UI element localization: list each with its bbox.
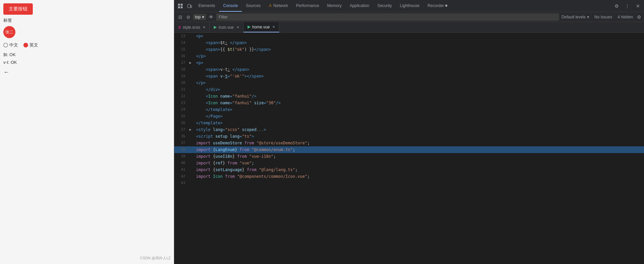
- code-line-39: 39 import {useI18n} from "vue-i18n";: [174, 153, 644, 160]
- filter-input[interactable]: [216, 13, 559, 21]
- toolbar-right: ⚙ ⋮ ✕: [612, 1, 643, 11]
- tab-sources[interactable]: Sources: [242, 0, 265, 12]
- code-line-18: 18 <span>v-t: </span>: [174, 66, 644, 73]
- default-levels-arrow: ▾: [587, 15, 589, 19]
- svg-rect-2: [178, 6, 180, 8]
- vue-icon-2: ▶: [248, 25, 250, 29]
- second-toolbar: ⊟ ⊘ top ▾ 👁 Default levels ▾ No Issues 4…: [174, 12, 644, 22]
- radio-chinese[interactable]: 中文: [3, 42, 18, 48]
- radio-group: 中文 英文: [3, 42, 38, 48]
- code-line-23: 23 <Icon name="fanhui" size="30"/>: [174, 100, 644, 106]
- code-line-20: 20 </p>: [174, 80, 644, 86]
- eye-icon[interactable]: 👁: [209, 14, 213, 20]
- code-line-25: 25 </Page>: [174, 113, 644, 120]
- network-warning-icon: ⚠: [269, 3, 272, 8]
- tab-network[interactable]: ⚠ Network: [265, 0, 292, 12]
- more-icon[interactable]: ⋮: [623, 1, 632, 11]
- issues-settings-icon[interactable]: ⚙: [637, 14, 641, 20]
- code-line-40: 40 import {ref} from "vue";: [174, 160, 644, 166]
- radio-label-english: 英文: [29, 42, 38, 48]
- sidebar-toggle-icon[interactable]: ⊟: [177, 14, 184, 20]
- top-selector-label: top: [195, 15, 201, 19]
- no-issues-badge: No Issues: [594, 15, 612, 19]
- device-toggle-icon[interactable]: [185, 1, 194, 11]
- tab-memory[interactable]: Memory: [323, 0, 346, 12]
- file-tab-label-scss: style.scss: [183, 25, 200, 30]
- back-arrow[interactable]: ←: [3, 69, 9, 76]
- recorder-icon: ⏺: [445, 4, 448, 7]
- svg-rect-5: [191, 5, 192, 8]
- close-devtools-icon[interactable]: ✕: [633, 1, 643, 11]
- tab-recorder[interactable]: Recorder ⏺: [424, 0, 452, 12]
- devtools-tabs: Elements Console Sources ⚠ Network Perfo…: [194, 0, 612, 12]
- file-tab-icon-vue[interactable]: ▶ Icon.vue ✕: [210, 22, 243, 32]
- close-tab-icon-vue[interactable]: ✕: [237, 25, 239, 29]
- file-tab-label-home-vue: home.vue: [252, 25, 270, 29]
- code-line-24: 24 </template>: [174, 106, 644, 113]
- svg-rect-3: [181, 6, 183, 8]
- file-tab-label-icon-vue: Icon.vue: [218, 25, 234, 30]
- label-text: 标签: [3, 17, 12, 23]
- code-line-27: 27 ▶ <style lang="scss" scoped...>: [174, 126, 644, 133]
- code-line-14: 14 <span>$t: </span>: [174, 39, 644, 46]
- tab-elements[interactable]: Elements: [194, 0, 219, 12]
- top-selector[interactable]: top ▾: [193, 14, 206, 20]
- code-line-21: 21 </div>: [174, 86, 644, 93]
- code-line-36: 36 <script setup lang="ts">: [174, 133, 644, 140]
- radio-circle-chinese: [3, 43, 8, 47]
- top-selector-arrow: ▾: [202, 15, 204, 19]
- code-line-43: 43: [174, 180, 644, 186]
- code-line-13: 13 <p>: [174, 33, 644, 39]
- tab-performance[interactable]: Performance: [292, 0, 323, 12]
- close-tab-home-vue[interactable]: ✕: [272, 25, 275, 29]
- devtools-toolbar: Elements Console Sources ⚠ Network Perfo…: [174, 0, 644, 12]
- settings-icon[interactable]: ⚙: [612, 1, 621, 11]
- default-levels-dropdown[interactable]: Default levels ▾: [562, 15, 589, 19]
- status-vt: v-t: OK: [3, 60, 17, 65]
- file-tab-home-vue[interactable]: ▶ home.vue ✕: [244, 22, 280, 32]
- code-editor[interactable]: 13 <p> 14 <span>$t: </span> 15 <span>{{ …: [174, 33, 644, 264]
- svg-rect-1: [181, 4, 183, 6]
- code-line-41: 41 import {setLanguage} from "@lang/lang…: [174, 166, 644, 173]
- code-line-22: 22 <Icon name="fanhui"/>: [174, 93, 644, 100]
- file-tab-style-scss[interactable]: S style.scss ✕: [174, 22, 210, 32]
- csdn-watermark: CSDN @局外人LZ: [140, 256, 171, 261]
- code-line-17: 17 ▶ <p>: [174, 59, 644, 66]
- code-line-15: 15 <span>{{ $t("ok") }}</span>: [174, 46, 644, 53]
- code-line-37: 37 import useDemoStore from "@store/useD…: [174, 140, 644, 146]
- svg-rect-4: [188, 4, 190, 8]
- code-line-26: 26 </template>: [174, 120, 644, 126]
- status-t: $t: OK: [3, 52, 16, 57]
- hidden-count: 4 hidden: [618, 15, 633, 19]
- code-line-19: 19 <span v-t="'ok'"></span>: [174, 73, 644, 80]
- main-button[interactable]: 主要按钮: [3, 3, 33, 15]
- tab-application[interactable]: Application: [346, 0, 373, 12]
- code-line-42: 42 import Icon from "@components/common/…: [174, 173, 644, 180]
- tab-lighthouse[interactable]: Lighthouse: [396, 0, 424, 12]
- tab-security[interactable]: Security: [373, 0, 396, 12]
- radio-circle-english: [23, 43, 28, 47]
- code-line-16: 16 </p>: [174, 53, 644, 59]
- file-tabs-bar: S style.scss ✕ ▶ Icon.vue ✕ ▶ home.vue ✕: [174, 22, 644, 33]
- code-line-38: 38 import {LangEnum} from "@common/enum.…: [174, 146, 644, 153]
- tab-console[interactable]: Console: [219, 0, 242, 12]
- svg-rect-0: [178, 4, 180, 6]
- avatar: 张二: [3, 26, 15, 38]
- devtools-panel: Elements Console Sources ⚠ Network Perfo…: [174, 0, 644, 264]
- inspect-icon[interactable]: [176, 1, 185, 11]
- radio-english[interactable]: 英文: [23, 42, 38, 48]
- scss-icon: S: [178, 25, 181, 29]
- vue-icon-1: ▶: [214, 25, 216, 29]
- clear-console-icon[interactable]: ⊘: [186, 14, 190, 20]
- close-tab-scss[interactable]: ✕: [203, 25, 205, 29]
- radio-label-chinese: 中文: [9, 42, 18, 48]
- app-panel: 主要按钮 标签 张二 中文 英文 $t: OK v-t: OK ← CSDN @…: [0, 0, 174, 264]
